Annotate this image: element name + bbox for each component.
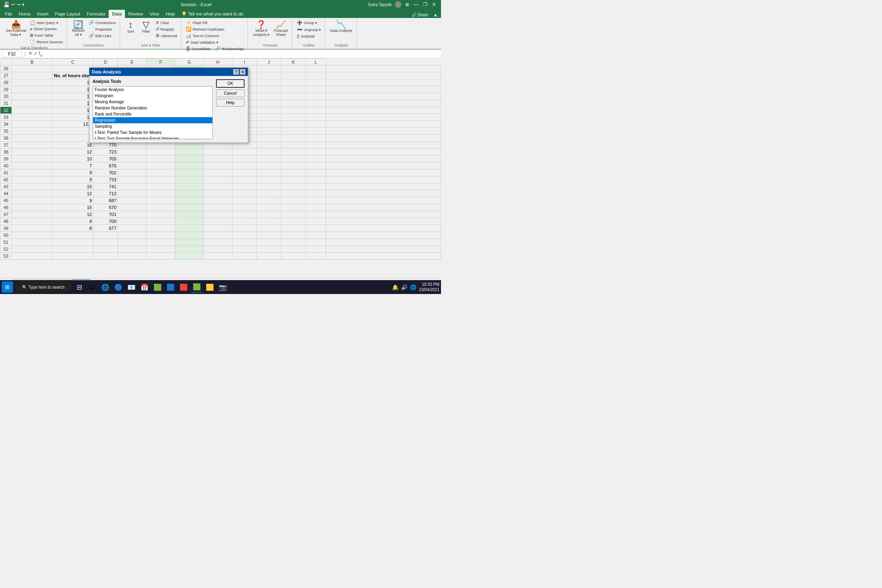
cell-F40[interactable] [175, 163, 204, 169]
cell-L28[interactable] [326, 79, 441, 86]
cell-A27[interactable] [12, 72, 53, 79]
cell-B38[interactable]: 12 [53, 149, 94, 156]
tab-view[interactable]: View [146, 10, 163, 18]
cell-A33[interactable] [12, 114, 53, 121]
cell-A37[interactable] [12, 142, 53, 149]
row-header-31[interactable]: 31 [0, 100, 12, 107]
cell-A30[interactable] [12, 93, 53, 100]
cell-D46[interactable] [118, 204, 147, 211]
row-header-40[interactable]: 40 [0, 163, 12, 169]
cell-E38[interactable] [147, 149, 175, 156]
cell-E40[interactable] [147, 163, 175, 169]
cell-E49[interactable] [147, 225, 175, 232]
data-analysis-button[interactable]: 📉 Data Analysis [328, 20, 354, 34]
cell-A51[interactable] [12, 239, 53, 246]
cell-C38[interactable]: 723 [94, 149, 118, 156]
analysis-item-rank-and-percentile[interactable]: Rank and Percentile [93, 111, 212, 117]
cell-J47[interactable] [281, 211, 306, 218]
cell-I52[interactable] [257, 246, 281, 253]
cell-K27[interactable] [306, 72, 326, 79]
row-header-26[interactable]: 26 [0, 65, 12, 72]
cell-B32[interactable]: 10 [53, 107, 94, 114]
cell-B37[interactable]: 16 [53, 142, 94, 149]
cell-F47[interactable] [175, 211, 204, 218]
cell-D53[interactable] [118, 253, 147, 260]
tab-home[interactable]: Home [16, 10, 34, 18]
cell-B30[interactable]: 13 [53, 93, 94, 100]
cell-A28[interactable] [12, 79, 53, 86]
cell-G47[interactable] [204, 211, 232, 218]
tab-insert[interactable]: Insert [34, 10, 52, 18]
row-header-29[interactable]: 29 [0, 86, 12, 93]
show-queries-button[interactable]: ≡ Show Queries [29, 26, 64, 32]
cell-L41[interactable] [326, 169, 441, 176]
cell-B36[interactable]: 7 [53, 135, 94, 142]
cell-B46[interactable]: 15 [53, 204, 94, 211]
cell-C40[interactable]: 676 [94, 163, 118, 169]
cell-E45[interactable] [147, 197, 175, 204]
cell-L39[interactable] [326, 156, 441, 163]
cell-J37[interactable] [281, 142, 306, 149]
cell-I43[interactable] [257, 183, 281, 190]
cell-B42[interactable]: 9 [53, 176, 94, 183]
cell-J38[interactable] [281, 149, 306, 156]
cell-I39[interactable] [257, 156, 281, 163]
cell-F45[interactable] [175, 197, 204, 204]
taskbar-yellow-app[interactable]: 🟨 [204, 281, 216, 293]
taskbar-network-icon[interactable]: 🌐 [410, 284, 416, 290]
cell-H44[interactable] [232, 190, 257, 197]
cell-K33[interactable] [306, 114, 326, 121]
from-table-button[interactable]: ⊞ From Table [29, 32, 64, 38]
collapse-ribbon-button[interactable]: ▲ [432, 11, 439, 18]
cell-J42[interactable] [281, 176, 306, 183]
row-header-39[interactable]: 39 [0, 156, 12, 163]
col-header-L[interactable]: L [306, 59, 326, 65]
ungroup-button[interactable]: ➖ Ungroup ▾ [296, 27, 322, 33]
cell-K28[interactable] [306, 79, 326, 86]
cell-I35[interactable] [257, 128, 281, 135]
cell-G41[interactable] [204, 169, 232, 176]
search-taskbar[interactable]: 🔍 Type here to search [15, 281, 72, 293]
cell-D49[interactable] [118, 225, 147, 232]
restore-button[interactable]: ❐ [421, 1, 429, 8]
row-header-38[interactable]: 38 [0, 149, 12, 156]
tab-data[interactable]: Data [109, 10, 125, 18]
cell-B35[interactable]: 9 [53, 128, 94, 135]
col-header-C[interactable]: C [53, 59, 94, 65]
cell-I45[interactable] [257, 197, 281, 204]
cell-B39[interactable]: 10 [53, 156, 94, 163]
cell-I51[interactable] [257, 239, 281, 246]
cell-L43[interactable] [326, 183, 441, 190]
cell-L34[interactable] [326, 121, 441, 128]
cell-K35[interactable] [306, 128, 326, 135]
cell-K39[interactable] [306, 156, 326, 163]
row-header-47[interactable]: 47 [0, 211, 12, 218]
cell-K53[interactable] [306, 253, 326, 260]
cell-F43[interactable] [175, 183, 204, 190]
cell-K42[interactable] [306, 176, 326, 183]
cell-D42[interactable] [118, 176, 147, 183]
cell-L40[interactable] [326, 163, 441, 169]
cell-J53[interactable] [281, 253, 306, 260]
cell-L42[interactable] [326, 176, 441, 183]
cell-C41[interactable]: 702 [94, 169, 118, 176]
cell-B40[interactable]: 7 [53, 163, 94, 169]
connections-button[interactable]: 🔗 Connections [87, 20, 117, 26]
cell-I38[interactable] [257, 149, 281, 156]
cell-G45[interactable] [204, 197, 232, 204]
cell-J46[interactable] [281, 204, 306, 211]
edit-links-button[interactable]: 🔗 Edit Links [87, 33, 117, 39]
cell-B51[interactable] [53, 239, 94, 246]
cell-F50[interactable] [175, 232, 204, 239]
cell-B29[interactable]: 13 [53, 86, 94, 93]
dialog-cancel-button[interactable]: Cancel [216, 89, 245, 97]
cell-I32[interactable] [257, 107, 281, 114]
dialog-ok-button[interactable]: OK [216, 79, 245, 88]
cell-L38[interactable] [326, 149, 441, 156]
cell-B50[interactable] [53, 232, 94, 239]
row-header-45[interactable]: 45 [0, 197, 12, 204]
dialog-help-button[interactable]: Help [216, 99, 245, 107]
analysis-item-moving-average[interactable]: Moving Average [93, 99, 212, 105]
cell-F44[interactable] [175, 190, 204, 197]
cell-F39[interactable] [175, 156, 204, 163]
